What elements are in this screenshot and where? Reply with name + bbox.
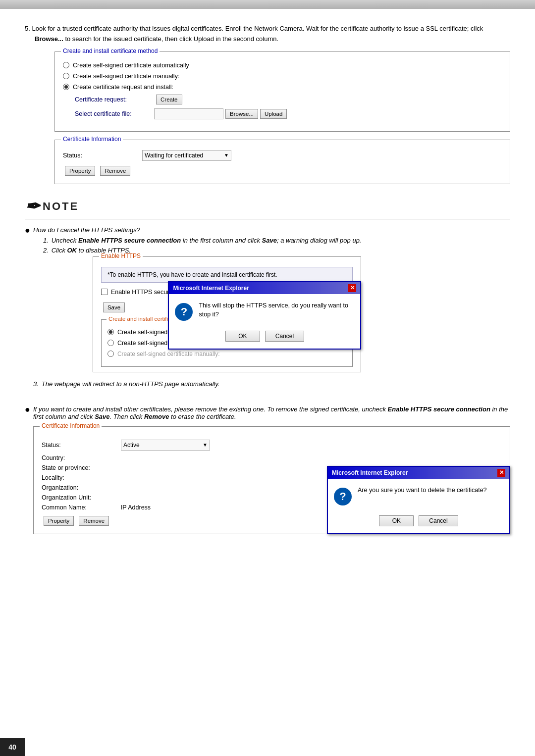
select-arrow-bottom: ▼: [203, 442, 208, 448]
sub2-text: Click: [52, 247, 67, 254]
common-name-label: Common Name:: [42, 504, 121, 511]
radio-option3[interactable]: [63, 84, 69, 90]
bullet2-text4: to erase the certificate.: [169, 413, 236, 420]
common-name-value: IP Address: [121, 504, 151, 511]
ie-question-icon-cert: ?: [334, 488, 352, 505]
status-row-bottom: Status: Active ▼: [42, 440, 502, 451]
inner-radio-option3-stub[interactable]: [107, 351, 114, 357]
ie-title-https: Microsoft Internet Explorer: [173, 285, 249, 292]
cert-info-title-top: Certificate Information: [61, 136, 123, 143]
bullet2-text3: . Then click: [110, 413, 144, 420]
https-panel-container: Enable HTTPS *To enable HTTPS, you have …: [63, 256, 362, 372]
country-row: Country:: [42, 454, 502, 461]
inner-radio3-stub: Create self-signed certificate manually:: [107, 351, 347, 357]
step5-text-main: 5. Look for a trusted certificate author…: [25, 25, 483, 32]
org-label: Organization:: [42, 484, 121, 491]
cert-request-label: Certificate request:: [75, 96, 154, 103]
radio-option2[interactable]: [63, 73, 69, 79]
ie-message-cert: Are you sure you want to delete the cert…: [358, 486, 503, 495]
bullet2-bold1: Enable HTTPS secure connection: [388, 405, 490, 413]
bullet-item-2: ● If you want to create and install othe…: [25, 405, 510, 542]
bullet2-bold3: Remove: [144, 413, 169, 420]
bullet2-bold2: Save: [95, 413, 109, 420]
sub-list-1: 1. Uncheck Enable HTTPS secure connectio…: [33, 237, 362, 254]
radio-option3-label: Create certificate request and install:: [73, 84, 173, 91]
radio-option2-label: Create self-signed certificate manually:: [73, 73, 179, 80]
property-button-bottom[interactable]: Property: [44, 516, 74, 526]
ie-close-cert[interactable]: ✕: [497, 469, 505, 477]
enable-https-title: Enable HTTPS: [99, 252, 143, 259]
create-install-panel-top: Create and install certificate method Cr…: [54, 51, 510, 132]
sub2-num: 2.: [43, 247, 49, 254]
select-arrow-top: ▼: [224, 152, 229, 158]
upload-button[interactable]: Upload: [260, 109, 287, 119]
sub1-num: 1.: [43, 237, 49, 244]
status-label-bottom: Status:: [42, 442, 121, 449]
radio-option2-row: Create self-signed certificate manually:: [63, 73, 502, 80]
country-label: Country:: [42, 454, 121, 461]
remove-button-bottom[interactable]: Remove: [79, 516, 109, 526]
inner-radio-option1[interactable]: [107, 329, 114, 335]
status-row-top: Status: Waiting for certificated ▼: [63, 150, 502, 161]
ie-titlebar-https: Microsoft Internet Explorer ✕: [169, 282, 360, 294]
ie-buttons-cert: OK Cancel: [328, 512, 509, 533]
ie-cancel-cert[interactable]: Cancel: [419, 515, 458, 526]
ie-question-icon-https: ?: [175, 303, 193, 321]
step3-num: 3.: [33, 380, 39, 388]
bullet-dot-2: ●: [25, 404, 30, 415]
remove-button-top[interactable]: Remove: [100, 166, 130, 176]
ie-buttons-https: OK Cancel: [169, 328, 360, 349]
https-save-button[interactable]: Save: [103, 302, 125, 312]
state-label: State or province:: [42, 464, 121, 471]
https-notice: *To enable HTTPS, you have to create and…: [101, 267, 353, 283]
org-unit-label: Organization Unit:: [42, 494, 121, 501]
page-number: 40: [0, 738, 25, 756]
status-select-top[interactable]: Waiting for certificated ▼: [142, 150, 231, 161]
step3-content: The webpage will redirect to a non-HTTPS…: [42, 380, 220, 388]
locality-label: Locality:: [42, 474, 121, 481]
select-cert-label: Select certificate file:: [75, 110, 154, 117]
note-pen-icon: ✒: [25, 196, 40, 217]
sub2-bold: OK: [67, 247, 77, 254]
create-button[interactable]: Create: [156, 95, 182, 104]
top-bar: [0, 0, 535, 9]
bullet-item-1: ● How do I cancel the HTTPS settings? 1.…: [25, 226, 510, 398]
ie-close-https[interactable]: ✕: [348, 284, 356, 292]
ie-ok-cert[interactable]: OK: [379, 515, 414, 526]
cert-bottom-container: Certificate Information Status: Active ▼: [33, 426, 510, 534]
note-label: NOTE: [43, 200, 79, 213]
cert-file-input[interactable]: [154, 108, 223, 119]
bullet-dot-1: ●: [25, 225, 30, 236]
ie-cancel-https[interactable]: Cancel: [265, 331, 304, 342]
status-select-bottom[interactable]: Active ▼: [121, 440, 210, 451]
ie-message-https: This will stop the HTTPS service, do you…: [199, 301, 354, 320]
status-label-top: Status:: [63, 152, 142, 159]
cert-info-title-bottom: Certificate Information: [40, 422, 102, 429]
sub1-text: Uncheck: [52, 237, 78, 244]
ie-dialog-https: Microsoft Internet Explorer ✕ ? This wil…: [168, 281, 361, 350]
step5-bold1: Browse...: [35, 35, 63, 43]
step3-text: 3. The webpage will redirect to a non-HT…: [33, 380, 362, 388]
property-button-top[interactable]: Property: [65, 166, 95, 176]
radio-option1[interactable]: [63, 62, 69, 68]
cert-info-panel-top: Certificate Information Status: Waiting …: [54, 140, 510, 184]
ie-title-cert: Microsoft Internet Explorer: [332, 469, 408, 476]
sub1-bold: Enable HTTPS secure connection: [78, 237, 181, 244]
sub1-text2: in the first column and click: [181, 237, 262, 244]
inner-radio-option2[interactable]: [107, 340, 114, 346]
ie-dialog-cert: Microsoft Internet Explorer ✕ ? Are you …: [327, 466, 510, 534]
ie-ok-https[interactable]: OK: [225, 331, 260, 342]
ie-body-https: ? This will stop the HTTPS service, do y…: [169, 294, 360, 328]
sub1-bold2: Save: [262, 237, 277, 244]
status-value-bottom: Active: [123, 442, 140, 449]
bullet1-text: How do I cancel the HTTPS settings?: [33, 226, 140, 234]
ie-titlebar-cert: Microsoft Internet Explorer ✕: [328, 467, 509, 479]
status-value-top: Waiting for certificated: [145, 152, 203, 159]
step5-text2: to search for the issued certificate, th…: [63, 35, 278, 43]
https-notice-text: *To enable HTTPS, you have to create and…: [107, 271, 277, 278]
ie-body-cert: ? Are you sure you want to delete the ce…: [328, 479, 509, 512]
browse-button[interactable]: Browse...: [225, 109, 258, 119]
sub-item-1: 1. Uncheck Enable HTTPS secure connectio…: [43, 237, 362, 244]
inner-option3-stub-label: Create self-signed certificate manually:: [117, 351, 220, 357]
https-checkbox[interactable]: [101, 289, 107, 295]
